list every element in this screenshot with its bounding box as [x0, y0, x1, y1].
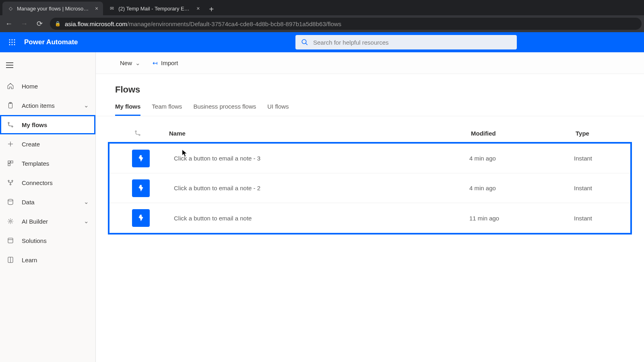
- app-launcher-icon[interactable]: [6, 37, 18, 48]
- svg-point-1: [12, 39, 13, 41]
- tab-business-process-flows[interactable]: Business process flows: [193, 103, 256, 116]
- flows-table: Name Modified Type Click a button to ema…: [96, 116, 644, 234]
- tabs: My flows Team flows Business process flo…: [96, 103, 644, 116]
- flow-modified: 4 min ago: [469, 155, 574, 162]
- svg-point-3: [9, 42, 10, 43]
- flow-modified: 11 min ago: [469, 215, 574, 222]
- flow-type: Instant: [574, 185, 622, 191]
- svg-point-5: [14, 42, 15, 43]
- tab-team-flows[interactable]: Team flows: [152, 103, 182, 116]
- brand-title[interactable]: Power Automate: [24, 38, 78, 46]
- data-icon: [6, 198, 14, 206]
- tab-close-icon[interactable]: ×: [196, 5, 200, 12]
- svg-point-28: [139, 134, 140, 136]
- app-body: Home Action items ⌄ My flows Create Temp…: [0, 52, 644, 362]
- app-header: Power Automate: [0, 32, 644, 52]
- instant-flow-icon: [132, 150, 150, 167]
- flow-type: Instant: [574, 155, 622, 162]
- table-row[interactable]: Click a button to email a note - 3 4 min…: [109, 144, 630, 173]
- ai-icon: [6, 218, 14, 225]
- sidebar-item-create[interactable]: Create: [0, 134, 95, 154]
- highlighted-rows: Click a button to email a note - 3 4 min…: [108, 142, 632, 234]
- sidebar-item-label: Create: [22, 141, 40, 148]
- chevron-down-icon: ⌄: [135, 60, 140, 67]
- sidebar: Home Action items ⌄ My flows Create Temp…: [0, 52, 96, 362]
- table-row[interactable]: Click a button to email a note - 2 4 min…: [109, 173, 630, 203]
- back-button[interactable]: ←: [2, 17, 15, 30]
- sidebar-item-label: My flows: [22, 121, 47, 128]
- svg-point-20: [8, 180, 9, 181]
- url-path: /manage/environments/Default-37574ca4-cd…: [127, 21, 341, 27]
- sidebar-item-label: Connectors: [22, 179, 53, 186]
- svg-point-21: [12, 180, 13, 181]
- page-title: Flows: [96, 74, 644, 103]
- import-button[interactable]: ↤ Import: [153, 60, 178, 67]
- browser-chrome: ◇ Manage your flows | Microsoft P × ✉ (2…: [0, 0, 644, 32]
- sidebar-item-label: Action items: [22, 102, 55, 109]
- forward-button[interactable]: →: [18, 17, 31, 30]
- svg-rect-17: [8, 161, 10, 163]
- svg-point-27: [135, 131, 136, 132]
- instant-flow-icon: [132, 209, 150, 227]
- svg-point-6: [9, 44, 10, 45]
- chevron-down-icon: ⌄: [84, 102, 89, 109]
- column-header-type[interactable]: Type: [576, 130, 624, 137]
- svg-point-13: [8, 122, 9, 123]
- hamburger-button[interactable]: [0, 56, 19, 75]
- sidebar-item-solutions[interactable]: Solutions: [0, 231, 95, 250]
- chevron-down-icon: ⌄: [84, 198, 89, 206]
- sidebar-item-label: AI Builder: [22, 218, 48, 225]
- flow-name: Click a button to email a note - 2: [150, 185, 469, 191]
- flow-modified: 4 min ago: [469, 185, 574, 191]
- sidebar-item-ai-builder[interactable]: AI Builder ⌄: [0, 212, 95, 231]
- tab-my-flows[interactable]: My flows: [115, 103, 140, 116]
- column-header-modified[interactable]: Modified: [471, 130, 576, 137]
- svg-point-14: [12, 126, 13, 127]
- new-label: New: [120, 60, 132, 66]
- chevron-down-icon: ⌄: [84, 218, 89, 225]
- sidebar-item-connectors[interactable]: Connectors: [0, 173, 95, 192]
- reload-button[interactable]: ⟳: [33, 17, 46, 30]
- sidebar-item-home[interactable]: Home: [0, 76, 95, 96]
- command-bar: New ⌄ ↤ Import: [96, 52, 644, 74]
- column-header-name[interactable]: Name: [145, 130, 471, 137]
- home-icon: [6, 82, 14, 90]
- sidebar-item-templates[interactable]: Templates: [0, 154, 95, 173]
- clipboard-icon: [6, 102, 14, 109]
- svg-point-8: [14, 44, 15, 45]
- svg-line-10: [305, 43, 308, 45]
- sidebar-item-data[interactable]: Data ⌄: [0, 192, 95, 212]
- browser-tab[interactable]: ✉ (2) Temp Mail - Temporary Email ×: [104, 2, 204, 15]
- search-box[interactable]: [295, 35, 517, 49]
- new-tab-button[interactable]: +: [205, 3, 217, 15]
- browser-tab-active[interactable]: ◇ Manage your flows | Microsoft P ×: [2, 2, 103, 15]
- address-bar[interactable]: 🔒 asia.flow.microsoft.com/manage/environ…: [50, 18, 642, 30]
- tab-close-icon[interactable]: ×: [95, 5, 98, 12]
- svg-point-4: [12, 42, 13, 43]
- url-domain: asia.flow.microsoft.com: [65, 21, 127, 27]
- svg-point-22: [10, 184, 11, 185]
- svg-point-7: [12, 44, 13, 45]
- tab-favicon-icon: ◇: [7, 5, 14, 12]
- book-icon: [6, 256, 14, 263]
- svg-point-0: [9, 39, 10, 41]
- flow-type-icon: [130, 130, 145, 137]
- sidebar-item-label: Templates: [22, 160, 49, 167]
- tab-ui-flows[interactable]: UI flows: [267, 103, 289, 116]
- instant-flow-icon: [132, 179, 150, 197]
- flow-type: Instant: [574, 215, 622, 222]
- sidebar-item-label: Learn: [22, 257, 37, 263]
- lock-icon: 🔒: [55, 21, 61, 27]
- sidebar-item-action-items[interactable]: Action items ⌄: [0, 96, 95, 115]
- sidebar-item-my-flows[interactable]: My flows: [0, 115, 95, 134]
- new-dropdown[interactable]: New ⌄: [120, 60, 140, 67]
- table-header: Name Modified Type: [108, 124, 632, 142]
- sidebar-item-learn[interactable]: Learn: [0, 250, 95, 269]
- svg-rect-25: [8, 238, 13, 243]
- svg-point-24: [10, 220, 12, 222]
- tab-title: Manage your flows | Microsoft P: [17, 6, 89, 12]
- search-input[interactable]: [313, 39, 511, 46]
- flow-name: Click a button to email a note - 3: [150, 155, 469, 162]
- tab-favicon-icon: ✉: [109, 5, 115, 12]
- table-row[interactable]: Click a button to email a note 11 min ag…: [109, 203, 630, 233]
